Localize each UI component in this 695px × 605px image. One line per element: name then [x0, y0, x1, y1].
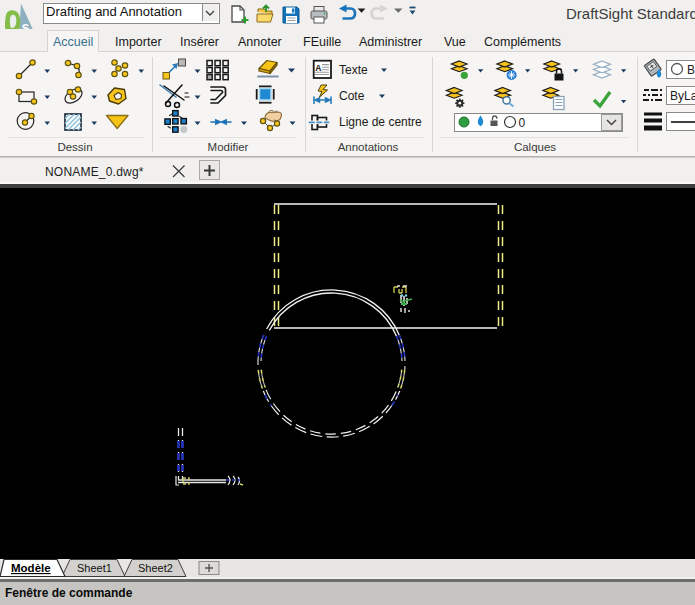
- svg-text:Sheet2: Sheet2: [138, 562, 173, 574]
- svg-text:Modèle: Modèle: [11, 562, 51, 574]
- svg-text:ByLa: ByLa: [670, 89, 695, 103]
- svg-text:Sheet1: Sheet1: [77, 562, 112, 574]
- svg-text:0: 0: [519, 116, 526, 130]
- svg-text:B: B: [687, 63, 695, 77]
